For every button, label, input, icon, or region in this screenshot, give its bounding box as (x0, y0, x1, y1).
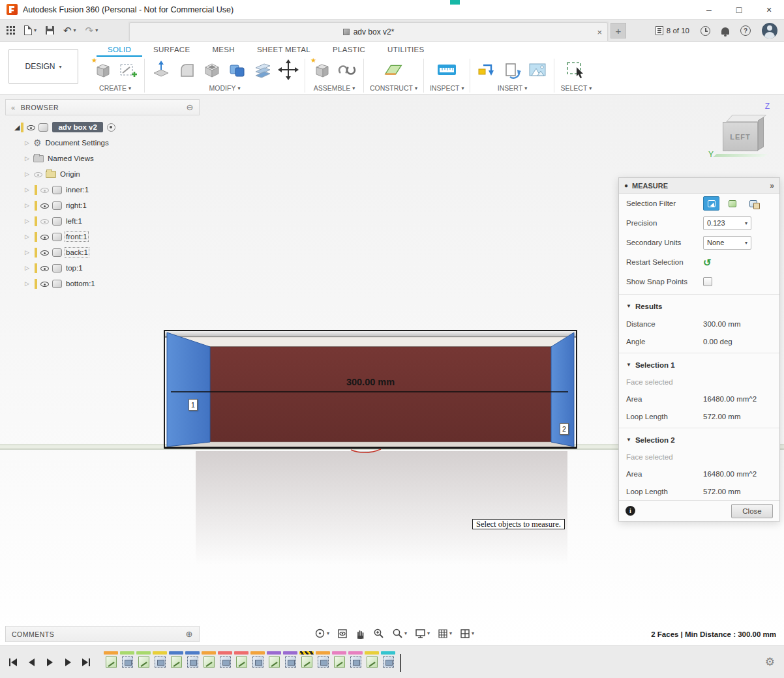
browser-root-row[interactable]: ◢ adv box v2 (5, 119, 200, 135)
expand-caret-icon[interactable]: ▷ (25, 202, 33, 209)
group-label-insert[interactable]: INSERT▾ (498, 84, 527, 92)
timeline-feature-sketch[interactable] (201, 651, 217, 668)
undo-icon[interactable]: ↶▾ (63, 25, 76, 35)
selection1-section-header[interactable]: ▼ Selection 1 (619, 356, 779, 374)
box-top-face[interactable] (164, 331, 577, 337)
close-button[interactable]: × (754, 0, 784, 19)
visibility-eye-icon[interactable] (40, 201, 50, 210)
timeline-feature-sketch[interactable] (103, 651, 119, 668)
app-grid-icon[interactable] (7, 26, 15, 35)
pan-hand-icon[interactable] (355, 628, 365, 639)
group-label-construct[interactable]: CONSTRUCT▾ (370, 84, 417, 92)
tab-sheet-metal[interactable]: SHEET METAL (246, 42, 322, 57)
secondary-units-select[interactable]: None ▾ (703, 236, 751, 250)
timeline-feature-extrude[interactable] (152, 651, 168, 668)
redo-icon[interactable]: ↷▾ (85, 25, 98, 35)
move-copy-icon[interactable] (278, 59, 299, 80)
document-tab-close-icon[interactable]: × (597, 27, 602, 37)
tree-row-back[interactable]: ▷ back:1 (5, 244, 200, 260)
timeline-feature-sketch[interactable] (331, 651, 347, 668)
job-status[interactable]: 8 of 10 (656, 26, 689, 35)
timeline-feature-extrude[interactable] (348, 651, 363, 668)
tree-row-bottom[interactable]: ▷ bottom:1 (5, 276, 200, 291)
expand-caret-icon[interactable]: ▷ (25, 155, 33, 162)
help-icon[interactable]: ? (740, 25, 751, 36)
insert-svg-icon[interactable] (476, 59, 497, 80)
tab-surface[interactable]: SURFACE (142, 42, 201, 57)
group-label-create[interactable]: CREATE▾ (99, 84, 131, 92)
tree-row-origin[interactable]: ▷ Origin (5, 166, 200, 182)
expand-caret-icon[interactable]: ▷ (25, 265, 33, 271)
palette-expand-icon[interactable]: » (770, 181, 774, 190)
fit-icon[interactable]: ▾ (392, 628, 407, 639)
go-to-start-button[interactable] (7, 655, 20, 670)
timeline-feature-extrude[interactable] (282, 651, 298, 668)
results-section-header[interactable]: ▼ Results (619, 297, 779, 315)
maximize-button[interactable]: □ (724, 0, 754, 19)
expand-caret-icon[interactable]: ▷ (25, 140, 33, 146)
file-menu-icon[interactable]: ▾ (24, 25, 37, 35)
box-inner-ceiling[interactable] (168, 337, 573, 347)
expand-caret-icon[interactable]: ▷ (25, 171, 33, 177)
go-to-end-button[interactable] (80, 655, 93, 670)
visibility-eye-icon[interactable] (40, 279, 50, 288)
filter-components-button[interactable] (745, 196, 761, 211)
info-icon[interactable]: i (626, 506, 635, 516)
timeline-feature-extrude[interactable] (250, 651, 265, 668)
measure-tool-icon[interactable] (436, 59, 457, 80)
notifications-bell-icon[interactable] (721, 27, 729, 35)
save-icon[interactable] (46, 26, 54, 35)
tree-row-left[interactable]: ▷ left:1 (5, 213, 200, 229)
root-document-label[interactable]: adv box v2 (52, 122, 102, 132)
viewports-icon[interactable]: ▾ (460, 628, 474, 639)
grid-snap-icon[interactable]: ▾ (438, 628, 452, 639)
select-tool-icon[interactable] (565, 59, 586, 80)
step-forward-button[interactable] (61, 655, 74, 670)
group-label-select[interactable]: SELECT▾ (560, 84, 592, 92)
tree-row-front[interactable]: ▷ front:1 (5, 229, 200, 244)
zoom-icon[interactable] (373, 628, 384, 639)
step-back-button[interactable] (25, 655, 38, 670)
orbit-icon[interactable]: ▾ (314, 628, 329, 639)
viewcube-front-face[interactable]: LEFT (723, 122, 758, 151)
construction-plane-icon[interactable] (383, 59, 404, 80)
play-button[interactable] (43, 655, 56, 670)
document-tab[interactable]: adv box v2* × (129, 22, 608, 41)
group-label-modify[interactable]: MODIFY▾ (209, 84, 241, 92)
timeline-feature-sketch[interactable] (234, 651, 249, 668)
viewcube[interactable]: Z LEFT Y (706, 102, 779, 170)
new-body-icon[interactable]: ★ (92, 59, 113, 80)
tab-utilities[interactable]: UTILITIES (376, 42, 435, 57)
restart-selection-icon[interactable]: ↺ (703, 258, 712, 267)
look-at-icon[interactable] (337, 628, 348, 639)
new-component-icon[interactable]: ★ (311, 59, 332, 80)
timeline-settings-gear-icon[interactable]: ⚙ (765, 656, 775, 668)
filter-body-faces-button[interactable] (703, 196, 719, 211)
joint-icon[interactable] (337, 59, 357, 80)
group-label-assemble[interactable]: ASSEMBLE▾ (314, 84, 355, 92)
tree-row-document-settings[interactable]: ▷ ⚙ Document Settings (5, 135, 200, 151)
timeline-feature-extrude[interactable] (217, 651, 233, 668)
timeline-feature-sketch[interactable] (136, 651, 151, 668)
expand-caret-icon[interactable]: ▷ (25, 186, 33, 193)
box-left-face-selected[interactable] (167, 332, 210, 447)
browser-header[interactable]: « BROWSER ⊖ (5, 99, 200, 115)
minimize-button[interactable]: – (694, 0, 724, 19)
visibility-eye-icon[interactable] (40, 185, 50, 194)
filter-bodies-button[interactable] (724, 196, 740, 211)
timeline-feature-sketch[interactable] (299, 651, 314, 668)
expand-caret-icon[interactable]: ▷ (25, 249, 33, 256)
tab-mesh[interactable]: MESH (201, 42, 245, 57)
fillet-icon[interactable] (176, 59, 197, 80)
tab-solid[interactable]: SOLID (97, 42, 142, 57)
expand-caret-icon[interactable]: ▷ (25, 233, 33, 240)
collapse-panel-icon[interactable]: « (11, 104, 16, 111)
tree-row-right[interactable]: ▷ right:1 (5, 198, 200, 213)
combine-icon[interactable] (227, 59, 248, 80)
timeline-feature-extrude[interactable] (380, 651, 396, 668)
group-label-inspect[interactable]: INSPECT▾ (430, 84, 464, 92)
create-sketch-icon[interactable] (117, 59, 138, 80)
activate-component-radio[interactable] (107, 123, 115, 132)
tree-row-inner[interactable]: ▷ inner:1 (5, 182, 200, 198)
browser-minimize-icon[interactable]: ⊖ (187, 102, 194, 112)
